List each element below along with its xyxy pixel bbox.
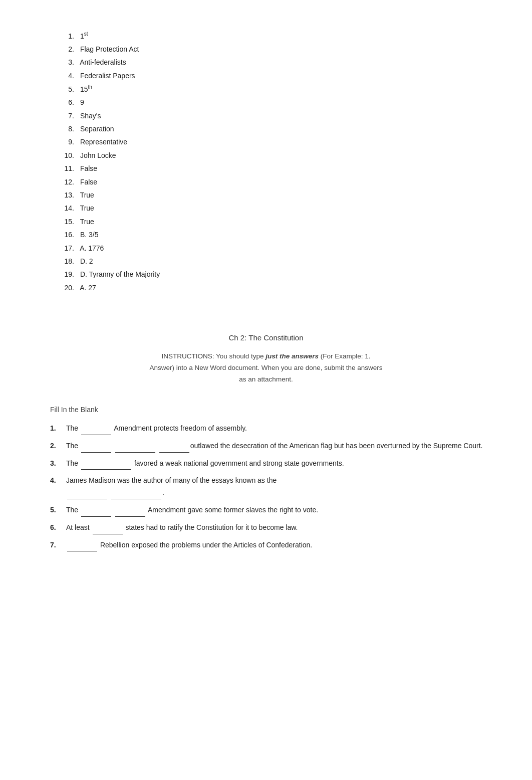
fill-blank-item-6: 6. At least states had to ratify the Con… [50, 522, 492, 534]
answer-item-2: 2. Flag Protection Act [60, 44, 492, 55]
answer-item-20: 20. A. 27 [60, 282, 492, 293]
blank-6-1 [93, 522, 123, 534]
answer-item-18: 18. D. 2 [60, 256, 492, 267]
answer-item-12: 12. False [60, 176, 492, 187]
fill-blank-list: 1. The Amendment protects freedom of ass… [50, 423, 492, 551]
answer-item-3: 3. Anti-federalists [60, 57, 492, 68]
chapter-title: Ch 2: The Constitution [40, 333, 492, 342]
answer-item-4: 4. Federalist Papers [60, 70, 492, 81]
answer-item-8: 8. Separation [60, 123, 492, 134]
answer-item-16: 16. B. 3/5 [60, 229, 492, 240]
fill-blank-item-4: 4. James Madison was the author of many … [50, 475, 492, 499]
answer-item-10: 10. John Locke [60, 150, 492, 161]
blank-2-1 [81, 440, 111, 453]
blank-4-2 [111, 487, 161, 499]
chapter-section: Ch 2: The Constitution INSTRUCTIONS: You… [40, 333, 492, 385]
blank-2-3 [159, 440, 189, 453]
blank-1-1 [81, 423, 111, 435]
answer-item-19: 19. D. Tyranny of the Majority [60, 269, 492, 280]
answer-item-5: 5. 15th [60, 83, 492, 95]
answer-item-14: 14. True [60, 203, 492, 214]
blank-4-1 [67, 487, 107, 499]
fill-blank-item-2: 2. The outlawed the desecration of the A… [50, 440, 492, 453]
fill-blank-section: Fill In the Blank 1. The Amendment prote… [40, 406, 492, 551]
answer-item-7: 7. Shay's [60, 110, 492, 121]
answer-item-13: 13. True [60, 189, 492, 201]
blank-5-1 [81, 504, 111, 517]
answer-item-11: 11. False [60, 163, 492, 174]
instructions-block: INSTRUCTIONS: You should type just the a… [96, 351, 436, 385]
answer-item-1: 1. 1st [60, 30, 492, 42]
answer-item-17: 17. A. 1776 [60, 243, 492, 254]
answer-item-15: 15. True [60, 216, 492, 227]
fill-blank-item-7: 7. Rebellion exposed the problems under … [50, 539, 492, 552]
answer-item-6: 6. 9 [60, 97, 492, 108]
answer-item-9: 9. Representative [60, 136, 492, 147]
blank-2-2 [115, 440, 155, 453]
fill-blank-item-5: 5. The Amendment gave some former slaves… [50, 504, 492, 517]
fill-blank-item-1: 1. The Amendment protects freedom of ass… [50, 423, 492, 435]
blank-3-1 [81, 458, 131, 470]
fill-blank-item-3: 3. The favored a weak national governmen… [50, 458, 492, 470]
blank-5-2 [115, 504, 145, 517]
fill-blank-heading: Fill In the Blank [50, 406, 492, 414]
answer-list: 1. 1st 2. Flag Protection Act 3. Anti-fe… [60, 30, 492, 293]
blank-7-1 [67, 539, 97, 552]
